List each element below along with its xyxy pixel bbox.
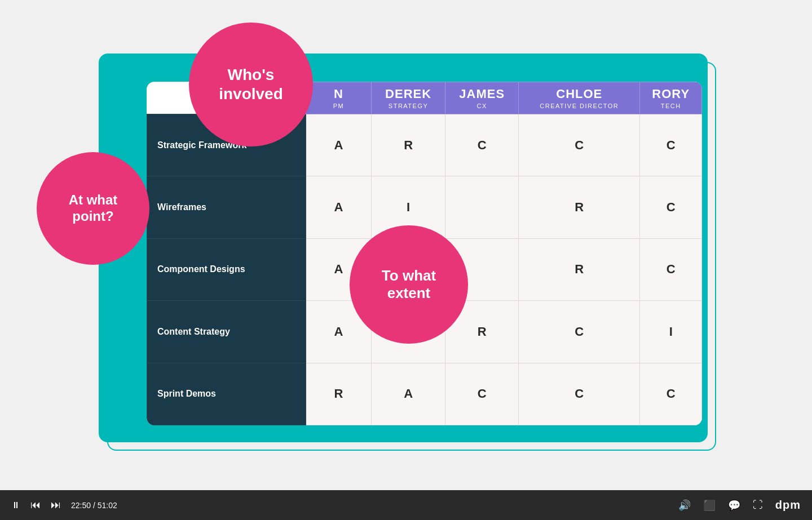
chat-icon[interactable]: 💬 xyxy=(728,499,740,512)
circle-to-what-extent: To what extent xyxy=(350,225,468,344)
fullscreen-icon[interactable]: ⛶ xyxy=(753,499,763,511)
time-total: 51:02 xyxy=(98,501,117,510)
header-rory-role: TECH xyxy=(642,103,699,109)
header-rory: RORY TECH xyxy=(640,82,702,114)
header-first-name: N xyxy=(308,87,369,101)
circle-whos-involved: Who's involved xyxy=(189,23,313,146)
playback-time: 22:50 / 51:02 xyxy=(71,501,117,510)
whos-involved-text: Who's involved xyxy=(219,65,283,103)
header-first-role: PM xyxy=(308,103,369,109)
header-rory-name: RORY xyxy=(642,87,699,101)
cell-1-4: C xyxy=(640,176,702,238)
whos-line1: Who's xyxy=(228,66,275,83)
cell-4-0: R xyxy=(306,363,372,425)
header-james-role: CX xyxy=(448,103,516,109)
at-what-point-text: At what point? xyxy=(69,192,118,225)
cell-1-2 xyxy=(445,176,519,238)
cell-0-2: C xyxy=(445,114,519,176)
header-derek: DEREK STRATEGY xyxy=(371,82,445,114)
time-separator: / xyxy=(93,501,98,510)
captions-icon[interactable]: ⬛ xyxy=(703,499,716,512)
cell-1-0: A xyxy=(306,176,372,238)
header-james: JAMES CX xyxy=(445,82,519,114)
table-row: Sprint DemosRACCC xyxy=(147,363,702,425)
cell-0-3: C xyxy=(519,114,640,176)
cell-4-3: C xyxy=(519,363,640,425)
toolbar-left: ⏸ ⏮ ⏭ 22:50 / 51:02 xyxy=(11,499,117,511)
cell-2-3: R xyxy=(519,238,640,300)
cell-0-0: A xyxy=(306,114,372,176)
cell-4-2: C xyxy=(445,363,519,425)
to-what-line2: extent xyxy=(387,285,431,301)
pause-icon[interactable]: ⏸ xyxy=(11,500,20,510)
dpm-logo: dpm xyxy=(775,499,801,512)
row-label-4: Sprint Demos xyxy=(147,363,306,425)
time-current: 22:50 xyxy=(71,501,91,510)
header-first: N PM xyxy=(306,82,372,114)
row-label-1: Wireframes xyxy=(147,176,306,238)
toolbar: ⏸ ⏮ ⏭ 22:50 / 51:02 🔊 ⬛ 💬 ⛶ dpm xyxy=(0,490,812,520)
volume-icon[interactable]: 🔊 xyxy=(678,499,691,512)
cell-1-3: R xyxy=(519,176,640,238)
header-chloe-name: CHLOE xyxy=(521,87,637,101)
row-label-2: Component Designs xyxy=(147,238,306,300)
cell-3-3: C xyxy=(519,301,640,363)
cell-4-4: C xyxy=(640,363,702,425)
header-derek-role: STRATEGY xyxy=(374,103,443,109)
cell-3-4: I xyxy=(640,301,702,363)
row-label-3: Content Strategy xyxy=(147,301,306,363)
cell-0-4: C xyxy=(640,114,702,176)
header-chloe: CHLOE CREATIVE DIRECTOR xyxy=(519,82,640,114)
cell-0-1: R xyxy=(371,114,445,176)
cell-4-1: A xyxy=(371,363,445,425)
header-james-name: JAMES xyxy=(448,87,516,101)
whos-line2: involved xyxy=(219,85,283,103)
skip-back-icon[interactable]: ⏮ xyxy=(30,499,41,511)
circle-at-what-point: At what point? xyxy=(37,152,149,265)
to-what-extent-text: To what extent xyxy=(382,267,436,302)
at-what-line2: point? xyxy=(72,208,113,224)
cell-2-4: C xyxy=(640,238,702,300)
header-chloe-role: CREATIVE DIRECTOR xyxy=(521,103,637,109)
toolbar-right: 🔊 ⬛ 💬 ⛶ dpm xyxy=(678,499,801,512)
header-derek-name: DEREK xyxy=(374,87,443,101)
to-what-line1: To what xyxy=(382,267,436,284)
at-what-line1: At what xyxy=(69,192,118,207)
skip-forward-icon[interactable]: ⏭ xyxy=(51,499,61,511)
